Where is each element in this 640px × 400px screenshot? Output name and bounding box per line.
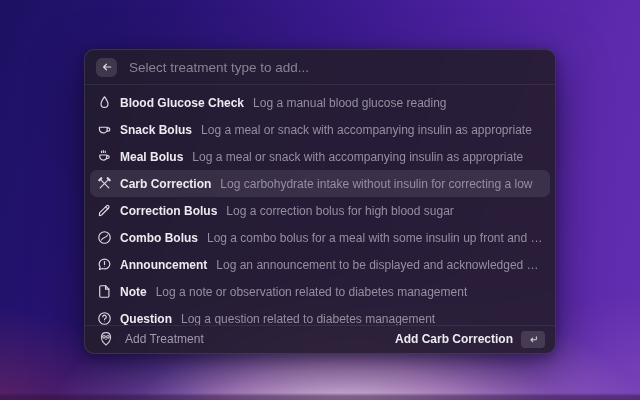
search-input[interactable] — [127, 59, 544, 76]
nightscout-owl-icon — [98, 331, 114, 347]
treatment-title: Question — [120, 312, 172, 326]
footer-app-label: Add Treatment — [125, 332, 204, 346]
return-key-icon — [521, 331, 545, 348]
treatment-title: Announcement — [120, 258, 207, 272]
treatment-title: Combo Bolus — [120, 231, 198, 245]
treatment-description: Log carbohydrate intake without insulin … — [220, 177, 532, 191]
treatment-title: Meal Bolus — [120, 150, 183, 164]
treatment-title: Blood Glucose Check — [120, 96, 244, 110]
treatment-description: Log an announcement to be displayed and … — [216, 258, 544, 272]
treatment-title: Carb Correction — [120, 177, 211, 191]
palette-footer: Add Treatment Add Carb Correction — [85, 326, 555, 353]
treatment-palette: Blood Glucose CheckLog a manual blood gl… — [84, 49, 556, 354]
treatment-item[interactable]: Snack BolusLog a meal or snack with acco… — [90, 116, 550, 143]
arrow-left-icon — [101, 61, 113, 73]
treatment-description: Log a meal or snack with accompanying in… — [192, 150, 523, 164]
treatment-description: Log a manual blood glucose reading — [253, 96, 446, 110]
treatment-list: Blood Glucose CheckLog a manual blood gl… — [85, 85, 555, 325]
announcement-icon — [96, 257, 112, 273]
crossed-tools-icon — [96, 176, 112, 192]
treatment-description: Log a note or observation related to dia… — [156, 285, 468, 299]
treatment-item[interactable]: Combo BolusLog a combo bolus for a meal … — [90, 224, 550, 251]
treatment-item[interactable]: AnnouncementLog an announcement to be di… — [90, 251, 550, 278]
back-button[interactable] — [96, 58, 117, 77]
add-carb-correction-button[interactable]: Add Carb Correction — [395, 331, 545, 348]
treatment-item[interactable]: Carb CorrectionLog carbohydrate intake w… — [90, 170, 550, 197]
gauge-icon — [96, 230, 112, 246]
hot-cup-icon — [96, 149, 112, 165]
note-icon — [96, 284, 112, 300]
cup-icon — [96, 122, 112, 138]
treatment-title: Correction Bolus — [120, 204, 217, 218]
treatment-item[interactable]: Meal BolusLog a meal or snack with accom… — [90, 143, 550, 170]
treatment-item[interactable]: NoteLog a note or observation related to… — [90, 278, 550, 305]
treatment-description: Log a meal or snack with accompanying in… — [201, 123, 532, 137]
treatment-title: Note — [120, 285, 147, 299]
droplet-icon — [96, 95, 112, 111]
treatment-description: Log a correction bolus for high blood su… — [226, 204, 453, 218]
footer-action-label: Add Carb Correction — [395, 332, 513, 346]
treatment-item[interactable]: Correction BolusLog a correction bolus f… — [90, 197, 550, 224]
palette-header — [85, 50, 555, 84]
treatment-title: Snack Bolus — [120, 123, 192, 137]
treatment-description: Log a combo bolus for a meal with some i… — [207, 231, 544, 245]
treatment-item[interactable]: QuestionLog a question related to diabet… — [90, 305, 550, 325]
syringe-icon — [96, 203, 112, 219]
treatment-description: Log a question related to diabetes manag… — [181, 312, 435, 326]
treatment-item[interactable]: Blood Glucose CheckLog a manual blood gl… — [90, 89, 550, 116]
question-icon — [96, 311, 112, 326]
